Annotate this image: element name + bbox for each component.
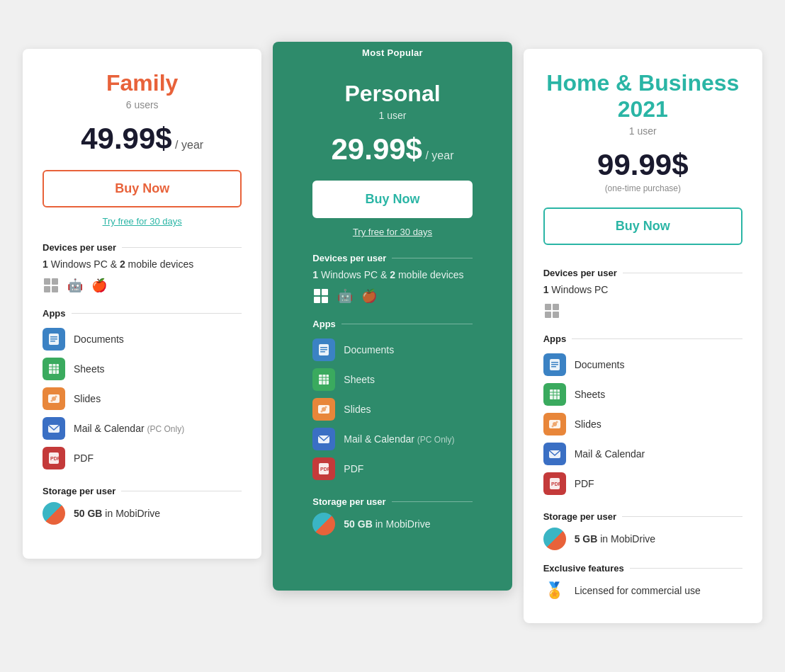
windows-icon-personal	[312, 287, 329, 304]
slides-icon-homebiz	[543, 413, 566, 435]
plan-family: Family 6 users 49.99$ / year Buy Now Try…	[23, 49, 261, 559]
devices-label-personal: Devices per user	[312, 253, 472, 263]
documents-icon-homebiz	[543, 353, 566, 376]
apps-list-personal: Documents Sheets	[312, 335, 472, 484]
buy-family-button[interactable]: Buy Now	[43, 170, 242, 207]
app-slides-homebiz: Slides	[543, 409, 742, 439]
sheets-icon-family	[43, 358, 65, 380]
pricing-container: Family 6 users 49.99$ / year Buy Now Try…	[17, 42, 768, 630]
documents-icon-family	[43, 328, 65, 351]
plan-homebiz-note: (one-time purchase)	[543, 183, 742, 193]
plan-homebiz-name: Home & Business 2021	[543, 70, 742, 123]
svg-point-28	[325, 406, 327, 409]
storage-item-personal: 50 GB in MobiDrive	[312, 513, 472, 535]
app-slides-personal: Slides	[312, 394, 472, 424]
svg-text:PDF: PDF	[50, 456, 61, 461]
app-documents-label-personal: Documents	[344, 344, 394, 355]
plan-homebiz-amount: 99.99$	[597, 148, 688, 181]
documents-icon-personal	[312, 338, 335, 361]
plan-personal-period: / year	[425, 149, 453, 161]
svg-rect-2	[50, 338, 57, 340]
svg-rect-18	[320, 349, 327, 351]
windows-icon-homebiz	[543, 302, 560, 319]
most-popular-badge: Most Popular	[293, 42, 492, 64]
plan-family-period: / year	[175, 139, 203, 151]
app-documents-homebiz: Documents	[543, 350, 742, 380]
app-slides-label-homebiz: Slides	[575, 418, 602, 430]
plan-personal-amount: 29.99$	[332, 132, 422, 166]
svg-text:PDF: PDF	[551, 482, 562, 486]
app-mail-family: Mail & Calendar (PC Only)	[43, 414, 242, 443]
storage-label-family: Storage per user	[43, 486, 242, 496]
app-pdf-label-homebiz: PDF	[575, 478, 594, 489]
try-free-personal-link[interactable]: Try free for 30 days	[312, 227, 472, 237]
app-sheets-personal: Sheets	[312, 365, 472, 394]
svg-rect-36	[550, 389, 560, 399]
mail-icon-personal	[312, 428, 335, 450]
svg-point-44	[555, 421, 558, 423]
svg-rect-35	[551, 366, 556, 368]
storage-item-homebiz: 5 GB in MobiDrive	[543, 528, 742, 550]
app-slides-label-family: Slides	[74, 393, 101, 404]
try-free-family-link[interactable]: Try free for 30 days	[43, 216, 242, 227]
mail-icon-homebiz	[543, 443, 566, 465]
buy-personal-button[interactable]: Buy Now	[312, 181, 472, 218]
plan-family-users: 6 users	[43, 99, 242, 110]
svg-rect-19	[320, 351, 325, 353]
commercial-badge-icon: 🏅	[543, 579, 566, 602]
svg-rect-1	[50, 336, 57, 338]
app-sheets-family: Sheets	[43, 354, 242, 384]
plan-homebiz-users: 1 user	[543, 125, 742, 137]
buy-homebiz-button[interactable]: Buy Now	[543, 207, 742, 245]
slides-icon-family	[43, 387, 65, 410]
android-icon-family: 🤖	[67, 277, 84, 294]
apple-icon-family: 🍎	[91, 277, 108, 294]
app-documents-label-family: Documents	[74, 334, 124, 345]
featured-inner: Personal 1 user 29.99$ / year Buy Now Tr…	[293, 64, 492, 569]
svg-rect-3	[50, 341, 55, 342]
devices-desc-personal: 1 Windows PC & 2 mobile devices	[312, 269, 472, 280]
app-slides-family: Slides	[43, 384, 242, 414]
devices-label-homebiz: Devices per user	[543, 268, 742, 278]
exclusive-label-homebiz: Exclusive features	[543, 563, 742, 574]
app-documents-label-homebiz: Documents	[575, 359, 625, 370]
storage-text-personal: 50 GB in MobiDrive	[344, 518, 430, 530]
plan-personal-price: 29.99$ / year	[312, 132, 472, 166]
app-mail-personal: Mail & Calendar (PC Only)	[312, 424, 472, 454]
exclusive-commercial-homebiz: 🏅 Licensed for commercial use	[543, 579, 742, 602]
mobidrive-icon-homebiz	[543, 528, 566, 550]
apps-list-homebiz: Documents Sheets	[543, 350, 742, 499]
pdf-icon-homebiz: PDF	[543, 472, 566, 495]
plan-family-price: 49.99$ / year	[43, 122, 242, 156]
svg-rect-34	[551, 364, 558, 365]
svg-rect-4	[49, 364, 59, 374]
svg-point-27	[321, 411, 323, 413]
app-mail-label-homebiz: Mail & Calendar	[575, 448, 645, 460]
svg-point-11	[51, 400, 53, 402]
svg-rect-20	[319, 375, 329, 385]
app-slides-label-personal: Slides	[344, 404, 371, 415]
apps-list-family: Documents Sheets	[43, 324, 242, 473]
apps-label-personal: Apps	[312, 319, 472, 329]
plan-personal-users: 1 user	[312, 110, 472, 121]
plan-family-amount: 49.99$	[81, 122, 171, 155]
app-pdf-personal: PDF PDF	[312, 454, 472, 484]
app-mail-label-family: Mail & Calendar (PC Only)	[74, 423, 184, 434]
app-pdf-label-personal: PDF	[344, 463, 363, 474]
svg-rect-17	[320, 347, 327, 348]
device-icons-family: 🤖 🍎	[43, 277, 242, 294]
svg-point-43	[551, 426, 553, 428]
storage-text-family: 50 GB in MobiDrive	[74, 508, 160, 519]
sheets-icon-personal	[312, 368, 335, 391]
apple-icon-personal: 🍎	[361, 287, 378, 304]
mobidrive-icon-family	[43, 502, 65, 525]
android-icon-personal: 🤖	[337, 287, 354, 304]
svg-text:PDF: PDF	[320, 467, 331, 472]
svg-point-12	[55, 396, 57, 398]
app-sheets-label-homebiz: Sheets	[575, 389, 606, 400]
devices-desc-homebiz: 1 Windows PC	[543, 284, 742, 295]
storage-label-personal: Storage per user	[312, 496, 472, 507]
pdf-icon-personal: PDF	[312, 457, 335, 480]
app-documents-family: Documents	[43, 324, 242, 354]
plan-homebiz: Home & Business 2021 1 user 99.99$ (one-…	[524, 49, 762, 623]
